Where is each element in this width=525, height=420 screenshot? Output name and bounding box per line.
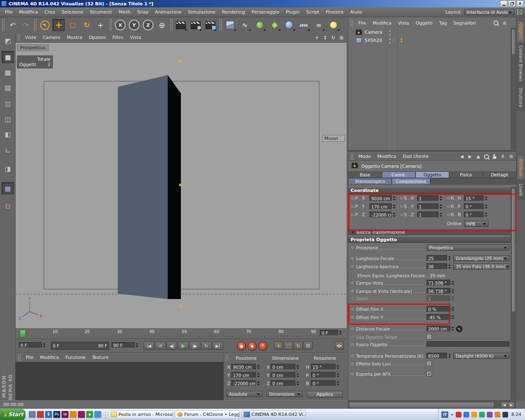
sy-spinner[interactable] [439,203,443,210]
parent-up-icon[interactable]: ▲ [475,153,482,160]
record-parameter-toggle[interactable]: ⊞ [304,342,313,350]
anim-dot[interactable] [351,354,354,358]
object-manager-grip[interactable] [350,20,353,26]
pos-z-field[interactable]: -22000 cm [231,380,256,386]
toolbar-grip[interactable] [170,19,173,31]
anim-dot[interactable] [351,372,354,376]
rot-h-spinner[interactable] [336,364,340,370]
menu-snap[interactable]: Snap [134,8,152,16]
language-indicator[interactable]: IT [441,411,448,418]
current-frame-field[interactable]: 0 F [320,330,338,336]
tray-icon[interactable] [456,412,461,418]
anim-dot-sy[interactable] [400,205,404,208]
floor-button[interactable] [298,19,310,31]
restore-button[interactable] [508,0,516,7]
pz-spinner[interactable] [392,212,396,218]
viewport-menu-opzioni[interactable]: Opzioni [86,34,109,41]
rot-h-field[interactable]: 15 ° [311,364,336,370]
anim-dot-sz[interactable] [400,213,404,217]
rp-field[interactable]: 0 ° [464,203,484,210]
py-spinner[interactable] [392,203,396,210]
rot-b-field[interactable]: 0 ° [311,380,336,386]
taskbar-window-outlook[interactable]: Posta in arrivo - Microsof... [108,410,173,419]
om-menu-file[interactable]: File [355,19,369,27]
aperture-spinner[interactable] [447,263,451,269]
frame-start-spinner[interactable] [42,342,46,348]
anim-dot-px[interactable] [351,196,354,200]
menu-plugin[interactable]: Plugin [283,8,303,16]
side-tab-oggetti[interactable]: Oggetti [517,21,525,43]
frame-end-spinner[interactable] [135,342,139,348]
visibility-dots[interactable] [388,30,391,36]
fov-field[interactable]: 71.508 ° [427,280,450,286]
dim-y-field[interactable]: 0 cm [271,372,295,378]
toggle-panels-icon[interactable]: ⊞ [338,34,345,41]
preview-range-slider[interactable]: 0 F 90 F [51,342,109,350]
om-menu-tag[interactable]: Tag [436,19,450,27]
tray-icon-vlc[interactable] [471,412,477,418]
rh-field[interactable]: 15 ° [464,195,484,201]
menu-aiuto[interactable]: Aiuto [347,8,365,16]
add-panel-icon[interactable]: ⊞ [501,20,508,26]
am-menu-dati-utente[interactable]: Dati Utente [399,153,432,160]
rb-field[interactable]: 0 ° [464,212,484,218]
om-menu-modifica[interactable]: Modifica [369,19,395,27]
fov-vertical-spinner[interactable] [451,288,454,294]
enable-check-icon[interactable]: ✓ [392,37,395,43]
minimize-button[interactable] [500,0,507,7]
dim-z-spinner[interactable] [296,380,299,386]
use-target-checkbox[interactable] [427,334,432,340]
last-tool-button[interactable]: + [94,19,107,31]
pos-y-spinner[interactable] [256,372,260,378]
aperture-preset-dropdown[interactable]: 35 mm Foto (36.0 mm) [453,263,509,269]
focal-preset-dropdown[interactable]: Grandangolo (25 mm) [453,255,509,261]
deformers-button[interactable] [268,19,281,31]
menu-file[interactable]: File [2,8,16,16]
side-tab-attributi[interactable]: Attributi [517,155,525,180]
menu-crea[interactable]: Crea [41,8,58,16]
rot-p-field[interactable]: 0 ° [311,372,336,378]
coordinates-grip[interactable] [225,355,228,361]
material-menu-modifica[interactable]: Modifica [37,354,62,361]
anim-dot[interactable] [351,327,354,331]
side-tab-livelli[interactable]: Livelli [517,180,525,199]
material-manager-grip[interactable] [18,354,21,361]
material-menu-file[interactable]: File [23,354,37,361]
light-button[interactable] [327,19,340,31]
py-field[interactable]: 170 cm [370,203,392,210]
attribute-horizontal-scrollbar[interactable]: ◀ ▶ [348,400,516,409]
loop-button[interactable]: ↻ [201,342,212,350]
dim-z-field[interactable]: 0 cm [271,380,295,386]
px-field[interactable]: 9030 cm [370,195,392,201]
menu-modifica[interactable]: Modifica [16,8,41,16]
attribute-manager-scrollbar[interactable] [511,187,516,399]
tab-composizione[interactable]: Composizione [392,178,430,185]
anim-dot[interactable] [351,362,354,365]
object-properties-header[interactable]: Proprietà Oggetto [348,236,516,243]
size-mode-dropdown[interactable]: Dimensione [267,391,303,397]
object-manager-scrollbar[interactable] [511,28,516,149]
menu-finestre[interactable]: Finestre [322,8,347,16]
record-keyframe-button[interactable]: ● [237,342,246,351]
dolly-view-icon[interactable]: ↕ [321,34,329,41]
viewport-menu-vista[interactable]: Vista [127,34,144,41]
visibility-dots[interactable] [388,38,391,44]
sy-field[interactable]: 1 [417,203,438,210]
px-spinner[interactable] [392,195,396,201]
pos-x-spinner[interactable] [256,364,260,370]
viewport-menu-viste[interactable]: Viste [22,34,39,41]
keyframe-dots[interactable] [401,38,402,42]
dim-x-field[interactable]: 0 cm [271,364,295,370]
anim-dot-rp[interactable] [447,205,450,208]
menu-selezione[interactable]: Selezione [58,8,87,16]
tray-icon[interactable] [479,412,485,418]
make-editable-icon[interactable]: ◩ [2,34,14,47]
keying-settings-button[interactable] [335,342,344,350]
points-mode-icon[interactable]: ⊡ [2,98,14,110]
viewport-grip[interactable] [17,34,20,41]
dim-x-spinner[interactable] [296,364,299,370]
rb-spinner[interactable] [484,212,488,218]
scrollbar-thumb[interactable] [511,29,516,55]
link-mode-icon[interactable]: 8 [499,153,507,160]
temperature-spinner[interactable] [447,353,451,359]
